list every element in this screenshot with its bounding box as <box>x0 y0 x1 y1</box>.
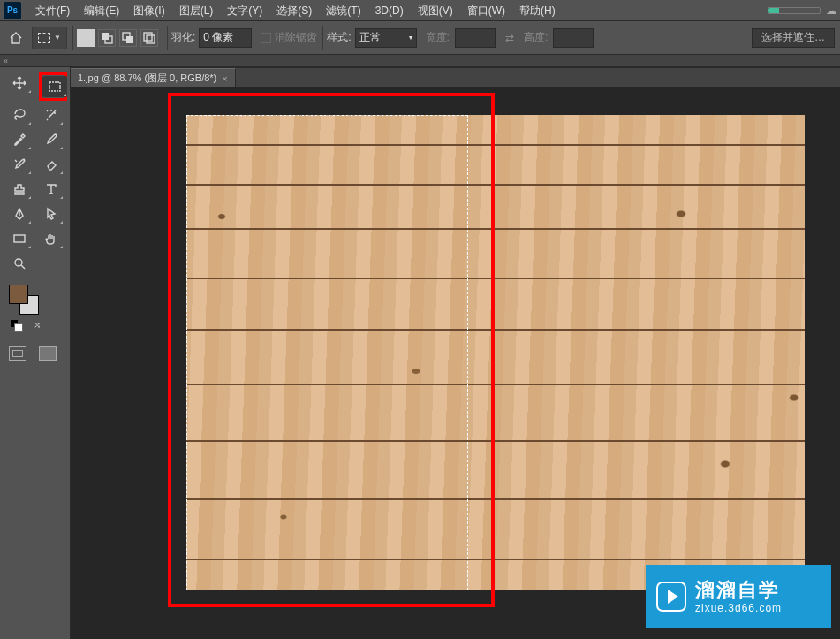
feather-label: 羽化: <box>171 30 195 45</box>
eyedropper-tool[interactable] <box>7 129 32 150</box>
hand-icon <box>44 232 58 246</box>
menu-help[interactable]: 帮助(H) <box>512 0 563 21</box>
foreground-color-swatch[interactable] <box>9 285 28 304</box>
home-icon <box>9 31 23 45</box>
menu-image[interactable]: 图像(I) <box>126 0 171 21</box>
marquee-tool-highlight <box>39 72 67 101</box>
selection-intersect-button[interactable] <box>140 29 158 47</box>
brush-icon <box>44 133 58 147</box>
app-logo: Ps <box>4 2 21 19</box>
type-tool[interactable] <box>39 179 64 200</box>
magic-wand-tool[interactable] <box>39 104 64 126</box>
screen-mode-button[interactable] <box>39 346 57 361</box>
options-bar: ▼ 羽化: 消除锯齿 样式: 正常 ▾ 宽度: ⇄ 高度: 选择并遮住… <box>0 21 840 55</box>
pen-icon <box>12 207 26 221</box>
canvas-area: 1.jpg @ 88.7% (图层 0, RGB/8*) × 溜溜自学 zixu… <box>71 67 840 639</box>
watermark: 溜溜自学 zixue.3d66.com <box>646 565 831 628</box>
watermark-title: 溜溜自学 <box>695 579 782 602</box>
move-tool[interactable] <box>7 72 32 94</box>
menu-window[interactable]: 窗口(W) <box>460 0 512 21</box>
lasso-icon <box>12 108 26 122</box>
width-input <box>455 28 496 48</box>
style-select[interactable]: 正常 ▾ <box>355 28 417 48</box>
lasso-tool[interactable] <box>7 104 32 126</box>
marquee-icon <box>38 33 50 43</box>
marquee-selection <box>186 115 468 590</box>
menu-3d[interactable]: 3D(D) <box>368 0 411 21</box>
history-brush-icon <box>12 157 26 171</box>
default-colors-button[interactable] <box>11 320 23 332</box>
shape-tool[interactable] <box>7 228 32 249</box>
swap-colors-button[interactable]: ⤭ <box>34 320 41 332</box>
zoom-icon <box>12 256 26 270</box>
document-tab-title: 1.jpg @ 88.7% (图层 0, RGB/8*) <box>78 72 216 85</box>
chevron-down-icon: ▼ <box>54 34 61 42</box>
history-brush-tool[interactable] <box>7 154 32 175</box>
swap-dimensions-button: ⇄ <box>501 32 518 44</box>
chevron-down-icon: ▾ <box>409 34 412 42</box>
play-icon <box>656 582 686 612</box>
wand-icon <box>44 108 58 122</box>
selection-new-button[interactable] <box>77 29 95 47</box>
add-selection-icon <box>100 31 114 45</box>
canvas[interactable]: 溜溜自学 zixue.3d66.com <box>71 87 840 639</box>
marquee-tool[interactable] <box>42 76 67 97</box>
svg-rect-3 <box>126 36 133 43</box>
stamp-icon <box>12 182 26 196</box>
panel-collapse-bar: « <box>0 55 840 67</box>
eraser-icon <box>44 157 58 171</box>
menu-type[interactable]: 文字(Y) <box>220 0 269 21</box>
menu-edit[interactable]: 编辑(E) <box>77 0 126 21</box>
svg-rect-4 <box>144 33 152 41</box>
selection-add-button[interactable] <box>98 29 116 47</box>
antialias-label: 消除锯齿 <box>275 30 317 45</box>
path-select-tool[interactable] <box>39 203 64 224</box>
pen-tool[interactable] <box>7 203 32 224</box>
quick-mask-button[interactable] <box>9 346 26 361</box>
move-icon <box>12 76 26 90</box>
style-group: 样式: 正常 ▾ <box>322 26 420 50</box>
svg-rect-6 <box>49 82 60 91</box>
feather-input[interactable] <box>199 28 252 48</box>
antialias-checkbox: 消除锯齿 <box>261 30 317 45</box>
height-input <box>553 28 594 48</box>
zoom-tool[interactable] <box>7 253 32 274</box>
checkbox-icon <box>261 33 271 43</box>
close-tab-button[interactable]: × <box>222 73 227 84</box>
intersect-selection-icon <box>142 31 156 45</box>
arrow-icon <box>44 207 58 221</box>
marquee-icon <box>48 80 62 94</box>
eraser-tool[interactable] <box>39 154 64 175</box>
tools-panel: ⤭ <box>0 67 71 639</box>
cloud-icon: ☁ <box>826 4 836 17</box>
svg-rect-5 <box>147 35 155 43</box>
rectangle-icon <box>12 232 26 246</box>
menu-layer[interactable]: 图层(L) <box>172 0 221 21</box>
menu-bar: Ps 文件(F) 编辑(E) 图像(I) 图层(L) 文字(Y) 选择(S) 滤… <box>0 0 840 21</box>
menu-view[interactable]: 视图(V) <box>411 0 460 21</box>
clone-stamp-tool[interactable] <box>7 179 32 200</box>
menu-select[interactable]: 选择(S) <box>269 0 319 21</box>
eyedropper-icon <box>12 133 26 147</box>
selection-subtract-button[interactable] <box>119 29 137 47</box>
select-and-mask-label: 选择并遮住… <box>761 30 825 45</box>
subtract-selection-icon <box>121 31 135 45</box>
brush-tool[interactable] <box>39 129 64 150</box>
watermark-url: zixue.3d66.com <box>695 602 782 614</box>
menu-filter[interactable]: 滤镜(T) <box>319 0 367 21</box>
sync-progress <box>768 7 821 14</box>
document-tabs: 1.jpg @ 88.7% (图层 0, RGB/8*) × <box>71 68 840 87</box>
home-button[interactable] <box>5 27 26 49</box>
type-icon <box>44 182 58 196</box>
width-label: 宽度: <box>426 30 450 45</box>
selection-mode-group <box>72 26 162 50</box>
document-tab[interactable]: 1.jpg @ 88.7% (图层 0, RGB/8*) × <box>71 68 236 87</box>
svg-point-8 <box>15 259 22 266</box>
collapse-indicator[interactable]: « <box>4 57 8 65</box>
style-label: 样式: <box>327 30 351 45</box>
style-value: 正常 <box>359 30 381 45</box>
hand-tool[interactable] <box>39 228 64 249</box>
menu-file[interactable]: 文件(F) <box>28 0 77 21</box>
tool-preset-dropdown[interactable]: ▼ <box>32 27 67 49</box>
select-and-mask-button[interactable]: 选择并遮住… <box>752 28 835 48</box>
